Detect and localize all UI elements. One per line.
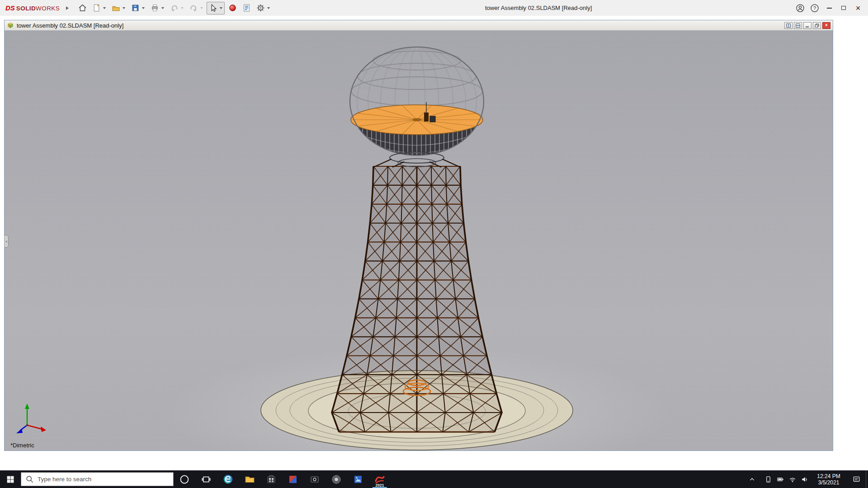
browser-app-icon	[331, 474, 341, 484]
action-center-button[interactable]	[847, 470, 866, 488]
capture-tool-button[interactable]	[304, 470, 326, 488]
volume-icon	[801, 476, 808, 483]
start-button[interactable]	[0, 470, 21, 488]
search-icon	[26, 475, 33, 483]
network-wifi-icon	[789, 476, 796, 483]
media-app-button[interactable]	[282, 470, 304, 488]
view-orientation-label: *Dimetric	[10, 442, 34, 449]
split-horizontal-icon	[796, 23, 800, 28]
file-explorer-button[interactable]	[239, 470, 260, 488]
device-icon	[764, 476, 772, 483]
document-minimize-icon	[805, 23, 810, 28]
edge-icon	[223, 474, 233, 484]
y-axis-icon	[25, 404, 29, 409]
print-icon	[151, 4, 159, 12]
tower-lattice	[332, 166, 502, 432]
menu-expand-icon[interactable]	[66, 6, 69, 10]
device-tray-button[interactable]	[762, 470, 774, 488]
print-dropdown-icon[interactable]	[161, 7, 164, 9]
open-folder-icon	[112, 4, 120, 12]
file-explorer-icon	[245, 474, 255, 484]
new-document-icon	[92, 4, 101, 12]
document-title: tower Assembly 02.SLDASM [Read-only]	[17, 22, 123, 29]
options-dropdown-icon[interactable]	[267, 7, 270, 9]
select-tool-button[interactable]	[208, 3, 218, 14]
solidworks-taskbar-button[interactable]: 2021	[369, 470, 391, 488]
document-minimize-button[interactable]	[803, 22, 811, 29]
tray-expand-button[interactable]	[746, 470, 758, 488]
design-table-button[interactable]	[241, 3, 252, 14]
home-button[interactable]	[77, 3, 88, 14]
maximize-icon	[841, 6, 846, 10]
save-dropdown-icon[interactable]	[142, 7, 145, 9]
window-title: tower Assembly 02.SLDASM [Read-only]	[485, 0, 592, 16]
redo-dropdown-icon[interactable]	[200, 7, 203, 9]
redo-icon	[189, 4, 198, 12]
new-document-button[interactable]	[91, 3, 102, 14]
open-dropdown-icon[interactable]	[123, 7, 125, 9]
brand-solid: SOLID	[16, 5, 36, 12]
print-button[interactable]	[149, 3, 160, 14]
select-dropdown-icon[interactable]	[220, 7, 222, 9]
split-vertical-button[interactable]	[784, 22, 793, 29]
undo-icon	[170, 4, 179, 12]
solidworks-logo: DS SOLID WORKS	[5, 4, 60, 12]
svg-text:?: ?	[813, 5, 816, 11]
close-button[interactable]: ×	[851, 1, 865, 15]
screen: DS SOLID WORKS	[0, 0, 868, 488]
undo-button[interactable]	[169, 3, 179, 14]
document-restore-button[interactable]	[813, 22, 821, 29]
ds-logo-icon: DS	[5, 4, 15, 12]
cortana-button[interactable]	[174, 470, 195, 488]
help-button[interactable]: ?	[807, 1, 822, 15]
maximize-button[interactable]	[836, 1, 851, 15]
store-icon	[266, 474, 276, 484]
network-tray-button[interactable]	[786, 470, 798, 488]
3d-scene	[5, 31, 833, 450]
account-icon	[796, 4, 805, 13]
volume-tray-button[interactable]	[798, 470, 811, 488]
battery-icon	[777, 476, 784, 483]
battery-tray-button[interactable]	[774, 470, 786, 488]
split-horizontal-button[interactable]	[794, 22, 802, 29]
viewport-3d[interactable]: *Dimetric	[5, 31, 833, 450]
design-table-icon	[242, 4, 251, 12]
show-desktop-button[interactable]	[866, 470, 868, 488]
document-close-icon: ×	[825, 23, 828, 28]
open-button[interactable]	[110, 3, 121, 14]
store-button[interactable]	[260, 470, 282, 488]
new-dropdown-icon[interactable]	[103, 7, 106, 9]
split-vertical-icon	[786, 23, 791, 28]
task-view-icon	[201, 474, 211, 484]
document-titlebar[interactable]: tower Assembly 02.SLDASM [Read-only] ×	[5, 20, 833, 31]
document-close-button[interactable]: ×	[822, 22, 830, 29]
photos-icon	[353, 474, 363, 484]
panel-splitter-handle[interactable]	[5, 235, 9, 248]
redo-button[interactable]	[188, 3, 199, 14]
minimize-button[interactable]	[822, 1, 836, 15]
app-titlebar: DS SOLID WORKS	[0, 0, 868, 16]
solidworks-year-badge: 2021	[376, 483, 384, 488]
record-macro-button[interactable]	[227, 3, 238, 14]
document-restore-icon	[815, 23, 819, 28]
orientation-triad[interactable]	[10, 402, 51, 434]
brand-works: WORKS	[36, 5, 60, 12]
edge-button[interactable]	[217, 470, 239, 488]
search-input[interactable]	[38, 476, 169, 483]
action-center-icon	[853, 475, 860, 483]
options-gear-icon	[256, 4, 265, 12]
photos-button[interactable]	[347, 470, 369, 488]
browser-app-button[interactable]	[326, 470, 347, 488]
undo-dropdown-icon[interactable]	[181, 7, 184, 9]
options-button[interactable]	[255, 3, 266, 14]
taskbar-search[interactable]	[21, 472, 174, 486]
task-view-button[interactable]	[195, 470, 217, 488]
taskbar-clock[interactable]: 12:24 PM 3/5/2021	[811, 470, 847, 488]
dome-cage	[350, 47, 484, 167]
window-controls: ? ×	[793, 1, 865, 15]
system-tray: 12:24 PM 3/5/2021	[746, 470, 868, 488]
document-window: tower Assembly 02.SLDASM [Read-only] ×	[4, 20, 833, 451]
save-icon	[131, 4, 140, 12]
save-button[interactable]	[130, 3, 141, 14]
account-button[interactable]	[793, 1, 807, 15]
